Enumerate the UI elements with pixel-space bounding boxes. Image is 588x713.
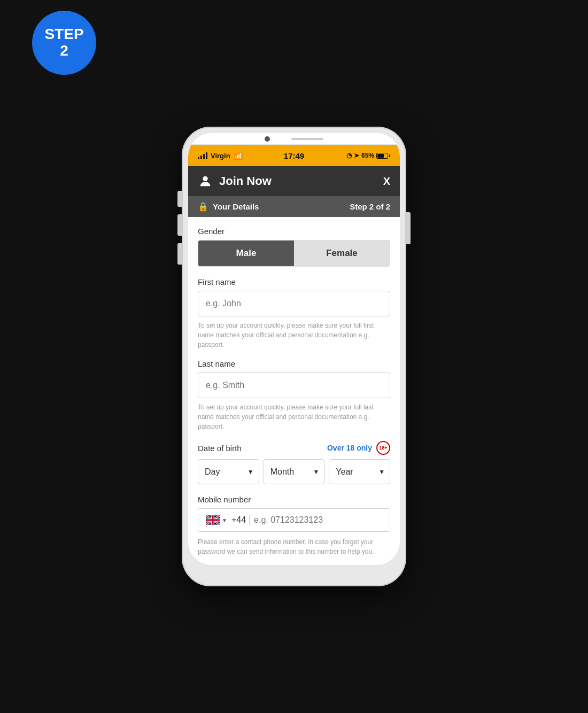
volume-down-button xyxy=(177,243,182,265)
first-name-helper: To set up your account quickly, please m… xyxy=(198,321,390,350)
dob-header-right: Over 18 only 18+ xyxy=(327,441,390,455)
day-dropdown-wrapper: Day 12345 678910 1112131415 1617181920 2… xyxy=(198,459,259,484)
mute-button xyxy=(177,191,182,207)
battery-percent: 65% xyxy=(361,152,374,159)
location-icon: ➤ xyxy=(354,152,359,159)
carrier-name: Virgin xyxy=(211,152,230,160)
battery-icon xyxy=(376,153,390,159)
front-camera xyxy=(265,136,270,142)
month-dropdown-wrapper: Month JanuaryFebruaryMarch AprilMayJune … xyxy=(264,459,325,484)
first-name-input[interactable] xyxy=(198,291,390,316)
status-left: Virgin 📶 xyxy=(198,151,243,160)
mobile-input-row: ▼ +44 xyxy=(198,508,390,532)
signal-bar-3 xyxy=(203,154,205,159)
signal-bar-1 xyxy=(198,157,199,159)
first-name-label: First name xyxy=(198,277,390,286)
last-name-label: Last name xyxy=(198,359,390,368)
day-dropdown[interactable]: Day 12345 678910 1112131415 1617181920 2… xyxy=(198,459,259,484)
phone-input[interactable] xyxy=(254,515,382,525)
step-bar: 🔒 Your Details Step 2 of 2 xyxy=(188,196,400,217)
app-title: Join Now xyxy=(219,174,272,188)
speaker xyxy=(291,138,323,140)
app-header-left: Join Now xyxy=(198,174,272,189)
signal-bar-4 xyxy=(206,152,207,159)
volume-up-button xyxy=(177,214,182,236)
status-bar: Virgin 📶 17:49 ◔ ➤ 65% xyxy=(188,145,400,166)
gender-male-button[interactable]: Male xyxy=(198,241,294,266)
side-buttons-left xyxy=(177,191,182,265)
last-name-input[interactable] xyxy=(198,373,390,398)
gender-label: Gender xyxy=(198,227,390,236)
country-code: +44 xyxy=(231,515,250,525)
side-button-right xyxy=(406,212,411,244)
last-name-helper: To set up your account quickly, please m… xyxy=(198,402,390,431)
uk-flag-icon xyxy=(206,515,220,525)
gender-female-button[interactable]: Female xyxy=(294,241,390,266)
gender-toggle: Male Female xyxy=(198,240,390,267)
country-flag-button[interactable]: ▼ xyxy=(206,515,227,525)
year-dropdown[interactable]: Year 2006200520042003 2002200120001999 1… xyxy=(329,459,390,484)
dob-header: Date of birth Over 18 only 18+ xyxy=(198,441,390,455)
svg-point-0 xyxy=(203,176,207,181)
step-bar-left: 🔒 Your Details xyxy=(198,201,259,212)
over18-label: Over 18 only xyxy=(327,444,372,452)
dob-dropdowns: Day 12345 678910 1112131415 1617181920 2… xyxy=(198,459,390,484)
month-dropdown[interactable]: Month JanuaryFebruaryMarch AprilMayJune … xyxy=(264,459,325,484)
lock-icon: 🔒 xyxy=(198,201,208,212)
power-button xyxy=(406,212,411,244)
phone-frame: Virgin 📶 17:49 ◔ ➤ 65% xyxy=(182,127,406,586)
wifi-icon: 📶 xyxy=(234,151,243,160)
status-right: ◔ ➤ 65% xyxy=(346,152,390,159)
signal-bar-2 xyxy=(200,156,202,159)
flag-chevron-icon: ▼ xyxy=(222,517,227,523)
mobile-label: Mobile number xyxy=(198,495,390,504)
signal-icon xyxy=(198,152,207,159)
lock-status-icon: ◔ xyxy=(346,152,352,159)
age-badge: 18+ xyxy=(376,441,390,455)
close-button[interactable]: X xyxy=(383,175,390,188)
mobile-helper: Please enter a contact phone number. In … xyxy=(198,537,390,565)
year-dropdown-wrapper: Year 2006200520042003 2002200120001999 1… xyxy=(329,459,390,484)
step-badge: STEP 2 xyxy=(32,11,96,75)
step-badge-text: STEP 2 xyxy=(44,26,83,59)
step-bar-label: Your Details xyxy=(213,202,259,211)
user-icon xyxy=(198,174,213,189)
form-content: Gender Male Female First name To set up … xyxy=(188,217,400,565)
step-indicator: Step 2 of 2 xyxy=(350,202,390,211)
notch-area xyxy=(188,133,400,145)
phone-screen: Virgin 📶 17:49 ◔ ➤ 65% xyxy=(188,133,400,565)
dob-label: Date of birth xyxy=(198,444,242,453)
app-header: Join Now X xyxy=(188,166,400,196)
status-time: 17:49 xyxy=(284,151,304,160)
